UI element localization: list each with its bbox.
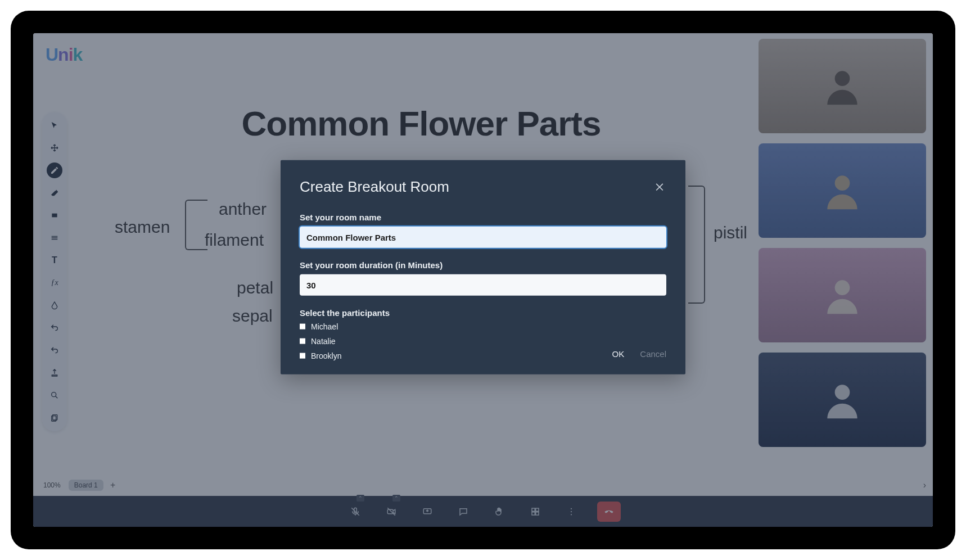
create-breakout-room-modal: Create Breakout Room Set your room name … [281, 160, 685, 374]
participant-name: Michael [311, 322, 338, 331]
cancel-button[interactable]: Cancel [640, 349, 666, 359]
participant-name: Natalie [311, 337, 336, 346]
room-name-label: Set your room name [300, 213, 666, 222]
checkbox-icon[interactable] [300, 353, 305, 359]
app-window: Unik T ƒx [33, 33, 933, 527]
participant-row[interactable]: Michael [300, 322, 666, 331]
close-icon[interactable] [653, 180, 666, 193]
participant-row[interactable]: Natalie [300, 337, 666, 346]
ok-button[interactable]: OK [612, 349, 625, 359]
modal-title: Create Breakout Room [300, 178, 449, 196]
participant-name: Brooklyn [311, 351, 341, 360]
checkbox-icon[interactable] [300, 324, 305, 329]
participant-row[interactable]: Brooklyn [300, 351, 666, 360]
checkbox-icon[interactable] [300, 338, 305, 344]
modal-header: Create Breakout Room [300, 178, 666, 196]
room-name-input[interactable] [300, 227, 666, 248]
room-duration-input[interactable] [300, 274, 666, 296]
room-duration-label: Set your room duration (in Minutes) [300, 260, 666, 270]
participants-label: Select the participants [300, 308, 666, 318]
participants-list: Michael Natalie Brooklyn [300, 322, 666, 360]
